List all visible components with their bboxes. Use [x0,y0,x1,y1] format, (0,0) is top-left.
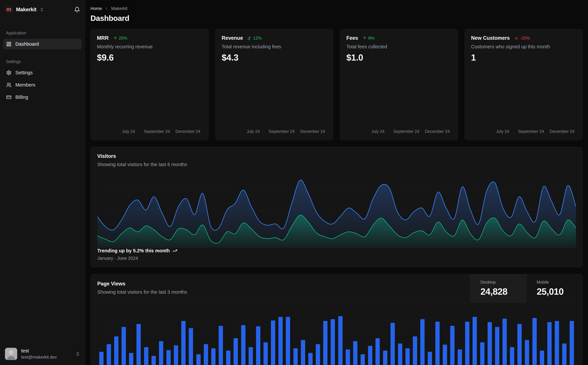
bar [99,352,104,365]
bar [181,321,186,365]
stat-sparkline-chart [346,84,451,126]
stat-delta-value: 9% [368,35,374,41]
stat-card: MRR 20% Monthly recurring revenue $9.6 J… [90,29,208,140]
sparkline-x-label: September 24 [269,129,295,134]
arrow-down-icon [514,36,518,40]
trending-up-icon [172,248,177,253]
page-views-bar-chart [97,306,576,365]
bar [293,348,298,365]
bar [368,346,372,365]
sparkline-x-axis-labels: July 24September 24December 24 [222,128,327,135]
chevron-right-icon [104,7,109,11]
arrow-up-icon [248,36,252,40]
sidebar-item-settings[interactable]: Settings [3,67,82,78]
sidebar-item-billing[interactable]: Billing [3,92,82,102]
sidebar-header: m Makerkit [5,6,80,14]
stat-card-value: 1 [471,52,576,63]
bar [465,322,469,365]
sidebar-item-dashboard[interactable]: Dashboard [3,39,82,49]
sidebar-item-label: Members [15,82,35,88]
stat-cards-row: MRR 20% Monthly recurring revenue $9.6 J… [90,29,583,140]
bar [256,326,260,365]
stat-card-value: $1.0 [346,52,451,63]
bar [114,336,118,365]
stat-card-value: $4.3 [222,52,327,63]
bar [196,354,201,365]
sidebar-item-label: Billing [15,94,28,100]
bar [383,351,387,365]
stat-card-title: Revenue [222,35,243,41]
bar [301,340,305,365]
stat-card-subtitle: Total fees collected [346,44,451,49]
bar [510,347,514,365]
sparkline-x-axis-labels: July 24September 24December 24 [471,128,576,135]
visitors-date-range: January - June 2024 [97,256,576,261]
stat-card-subtitle: Customers who signed up this month [471,44,576,49]
toggle-desktop[interactable]: Desktop24,828 [470,274,526,302]
stat-card-subtitle: Monthly recurring revenue [97,44,202,49]
nav-section-label: Settings [5,59,80,64]
sparkline-x-label: December 24 [175,129,200,134]
toggle-label: Desktop [480,280,526,285]
sparkline-x-label: December 24 [425,129,450,134]
stat-sparkline-chart [471,84,576,126]
bar [249,347,253,365]
sparkline-x-label: December 24 [300,129,325,134]
sidebar-nav: ApplicationDashboardSettingsSettingsMemb… [5,31,80,102]
sparkline-x-label: September 24 [144,129,170,134]
sidebar-item-label: Settings [15,70,33,76]
bar [204,344,208,365]
stat-delta-badge: 12% [248,35,262,41]
bar [166,350,171,365]
stat-card-title: Fees [346,35,358,41]
bar [226,351,230,365]
stat-card-subtitle: Total revenue including fees [222,44,327,49]
bar [286,317,290,365]
bar [398,344,402,365]
bar [144,347,148,365]
visitors-area-chart [97,172,576,248]
breadcrumb-current-link[interactable]: Makerkit [111,6,127,11]
bar [122,327,126,365]
sidebar-item-members[interactable]: Members [3,80,82,90]
bar [234,338,238,365]
credit-card-icon [6,95,11,100]
sparkline-x-label: July 24 [122,129,135,134]
bar [331,319,335,365]
bar [360,354,365,365]
stat-card: Revenue 12% Total revenue including fees… [215,29,333,140]
nav-section: ApplicationDashboard [5,31,80,49]
visitors-title: Visitors [97,153,576,159]
sparkline-x-label: July 24 [496,129,509,134]
breadcrumb-home-link[interactable]: Home [90,6,102,11]
bar [450,326,455,365]
workspace-selector-chevrons-icon[interactable] [40,7,44,12]
sidebar: m Makerkit ApplicationDashboardSettingsS… [0,0,85,365]
bar [211,348,215,365]
stat-card: Fees 9% Total fees collected $1.0 July 2… [340,29,458,140]
bar [405,348,410,365]
bar [413,336,417,365]
arrow-up-icon [363,36,367,40]
breadcrumb: Home Makerkit [90,6,583,11]
visitors-trend-text: Trending up by 5.2% this month [97,248,576,253]
sparkline-x-axis-labels: July 24September 24December 24 [97,128,202,135]
notifications-bell-icon[interactable] [74,7,80,13]
app-logo-letter: m [6,6,11,12]
bar [174,345,178,365]
bar [390,323,395,365]
bar [338,316,343,365]
page-title: Dashboard [90,14,583,23]
bar [278,317,283,365]
bar [495,327,499,365]
user-menu[interactable]: test test@makerkit.dev [5,348,80,360]
stat-card-title: New Customers [471,35,510,41]
bar [263,342,268,365]
bar [323,321,327,365]
toggle-value: 25,010 [537,286,582,297]
bar [375,338,380,365]
bar [189,328,193,365]
toggle-mobile[interactable]: Mobile25,010 [526,274,582,302]
bar [129,353,133,365]
user-name: test [21,348,57,354]
